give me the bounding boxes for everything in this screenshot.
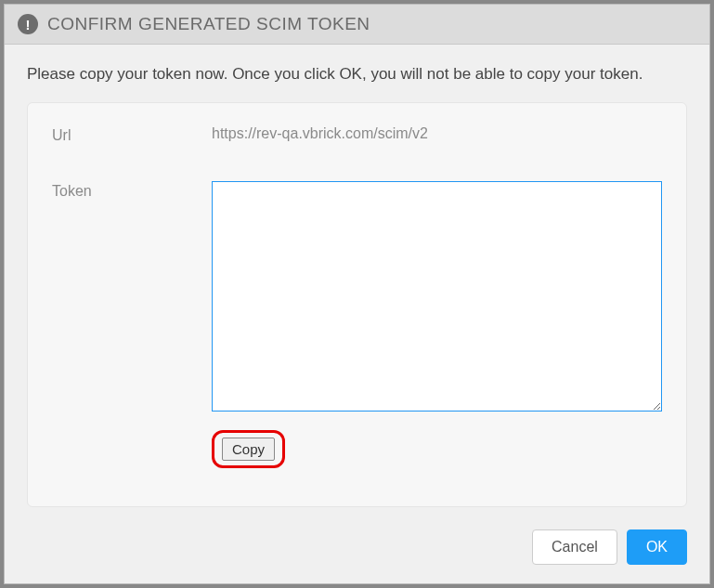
ok-button[interactable]: OK (627, 529, 687, 565)
token-row: Token Copy (52, 181, 662, 468)
instruction-text: Please copy your token now. Once you cli… (27, 63, 687, 85)
token-label: Token (52, 181, 212, 200)
form-card: Url https://rev-qa.vbrick.com/scim/v2 To… (27, 102, 687, 507)
url-value: https://rev-qa.vbrick.com/scim/v2 (212, 125, 428, 141)
modal-title: CONFIRM GENERATED SCIM TOKEN (47, 14, 370, 34)
modal-body: Please copy your token now. Once you cli… (5, 45, 709, 516)
url-row: Url https://rev-qa.vbrick.com/scim/v2 (52, 125, 662, 144)
alert-icon: ! (18, 14, 38, 34)
confirm-scim-token-modal: ! CONFIRM GENERATED SCIM TOKEN Please co… (4, 4, 710, 584)
copy-highlight: Copy (212, 430, 285, 468)
copy-button[interactable]: Copy (222, 438, 275, 461)
modal-footer: Cancel OK (5, 516, 709, 583)
url-label: Url (52, 125, 212, 144)
modal-header: ! CONFIRM GENERATED SCIM TOKEN (5, 5, 709, 45)
cancel-button[interactable]: Cancel (532, 529, 617, 565)
token-textarea[interactable] (212, 181, 662, 412)
